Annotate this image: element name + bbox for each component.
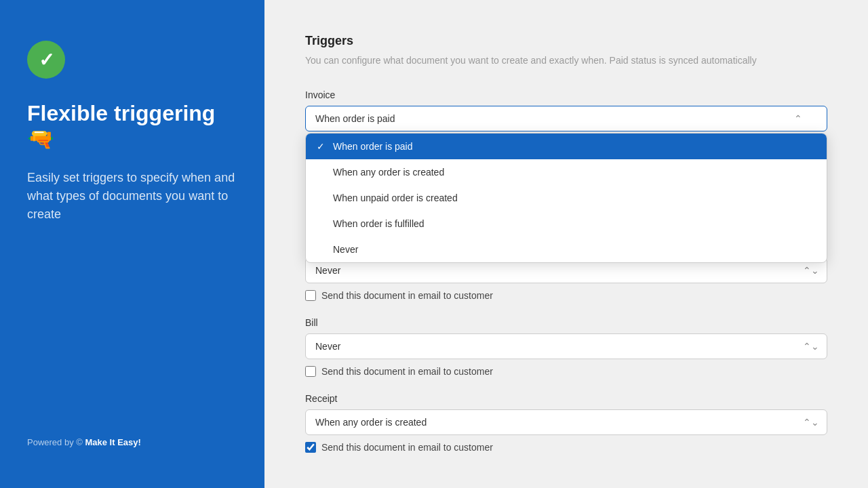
- triggers-description: You can configure what document you want…: [305, 54, 827, 68]
- dropdown-item-label: When unpaid order is created: [333, 192, 458, 203]
- left-title-text: Flexible triggering: [27, 101, 215, 125]
- invoice-select-display[interactable]: When order is paid ⌃: [305, 106, 827, 131]
- bill-send-email-label: Send this document in email to customer: [321, 366, 493, 377]
- powered-by-brand: Make It Easy!: [85, 437, 140, 447]
- triggers-section: Triggers You can configure what document…: [305, 34, 827, 68]
- final-invoice-send-email-label: Send this document in email to customer: [321, 290, 493, 301]
- receipt-label: Receipt: [305, 393, 827, 404]
- invoice-selected-value: When order is paid: [315, 113, 395, 124]
- bill-select[interactable]: Never When order is paid When any order …: [305, 333, 827, 359]
- dropdown-item-label: When order is fulfilled: [333, 218, 425, 229]
- receipt-select-wrapper: Never When order is paid When any order …: [305, 409, 827, 435]
- dropdown-item-label: When any order is created: [333, 167, 444, 178]
- bill-label: Bill: [305, 317, 827, 328]
- receipt-section: Receipt Never When order is paid When an…: [305, 393, 827, 453]
- receipt-send-row: Send this document in email to customer: [305, 442, 827, 453]
- powered-by: Powered by © Make It Easy!: [27, 437, 237, 447]
- triggers-title: Triggers: [305, 34, 827, 48]
- dropdown-item-any-created[interactable]: When any order is created: [306, 159, 827, 185]
- receipt-send-email-label: Send this document in email to customer: [321, 442, 493, 453]
- powered-by-prefix: Powered by ©: [27, 437, 85, 447]
- dropdown-item-never[interactable]: Never: [306, 237, 827, 262]
- dropdown-item-label: Never: [333, 244, 358, 255]
- dropdown-item-unpaid-created[interactable]: When unpaid order is created: [306, 185, 827, 211]
- receipt-select[interactable]: Never When order is paid When any order …: [305, 409, 827, 435]
- left-panel: ✓ Flexible triggering 🔫 Easily set trigg…: [0, 0, 264, 488]
- invoice-arrow-icon: ⌃: [794, 113, 802, 124]
- final-invoice-send-email-checkbox[interactable]: [305, 290, 316, 301]
- check-icon: ✓: [39, 49, 54, 71]
- final-invoice-send-row: Send this document in email to customer: [305, 290, 827, 301]
- dropdown-item-label: When order is paid: [333, 141, 413, 152]
- bill-send-email-checkbox[interactable]: [305, 366, 316, 377]
- receipt-send-email-checkbox[interactable]: [305, 442, 316, 453]
- bill-section: Bill Never When order is paid When any o…: [305, 317, 827, 377]
- left-title: Flexible triggering 🔫: [27, 100, 237, 152]
- right-panel: Triggers You can configure what document…: [264, 0, 868, 488]
- left-emoji: 🔫: [27, 127, 54, 151]
- dropdown-item-paid[interactable]: ✓ When order is paid: [306, 134, 827, 159]
- checkmark-icon: ✓: [317, 141, 328, 152]
- dropdown-item-fulfilled[interactable]: When order is fulfilled: [306, 211, 827, 237]
- invoice-section: Invoice When order is paid ⌃ ✓ When orde…: [305, 89, 827, 149]
- invoice-label: Invoice: [305, 89, 827, 100]
- invoice-dropdown-list: ✓ When order is paid When any order is c…: [305, 133, 827, 263]
- check-circle: ✓: [27, 41, 65, 79]
- left-description: Easily set triggers to specify when and …: [27, 169, 237, 437]
- bill-send-row: Send this document in email to customer: [305, 366, 827, 377]
- invoice-dropdown-container: When order is paid ⌃ ✓ When order is pai…: [305, 106, 827, 131]
- bill-select-wrapper: Never When order is paid When any order …: [305, 333, 827, 359]
